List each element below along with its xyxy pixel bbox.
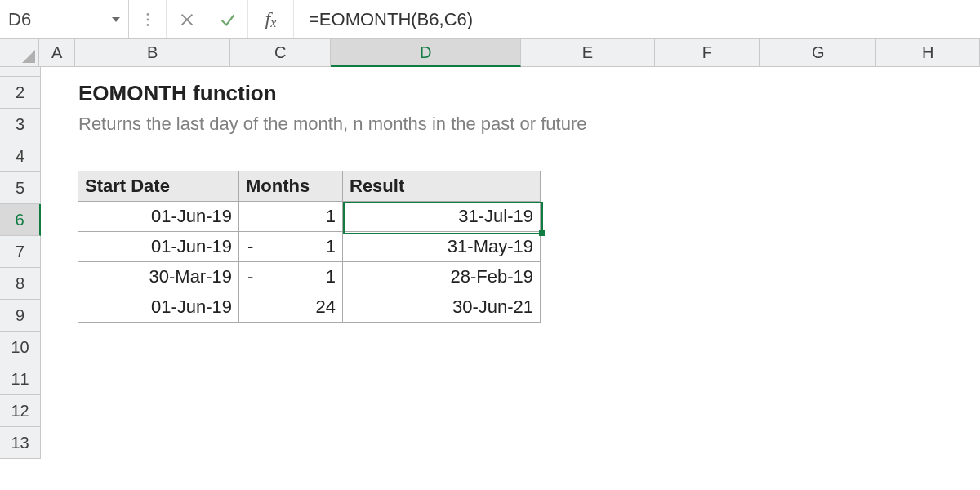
cell-result[interactable]: 30-Jun-21 bbox=[342, 292, 541, 323]
column-header-B[interactable]: B bbox=[75, 39, 230, 66]
name-box-value: D6 bbox=[8, 9, 31, 30]
cell-start-date[interactable]: 01-Jun-19 bbox=[78, 231, 239, 262]
column-header-C[interactable]: C bbox=[230, 39, 331, 66]
column-header-F[interactable]: F bbox=[655, 39, 761, 66]
col-header-result[interactable]: Result bbox=[342, 171, 541, 202]
months-sign: - bbox=[246, 236, 253, 257]
months-value: 1 bbox=[326, 266, 336, 287]
months-sign: - bbox=[246, 266, 253, 287]
row-header-5[interactable]: 5 bbox=[0, 172, 40, 204]
insert-function-button[interactable]: fx bbox=[248, 0, 294, 38]
row-header-strip: 2345678910111213 bbox=[0, 67, 41, 459]
row-header-2[interactable]: 2 bbox=[0, 77, 40, 109]
name-box[interactable]: D6 bbox=[0, 0, 129, 38]
row-header-6[interactable]: 6 bbox=[0, 204, 41, 236]
column-header-row: ABCDEFGH bbox=[0, 39, 980, 67]
formula-input[interactable]: =EOMONTH(B6,C6) bbox=[294, 0, 980, 38]
page-title: EOMONTH function bbox=[78, 81, 277, 106]
col-header-start-date[interactable]: Start Date bbox=[78, 171, 239, 202]
row-header-13[interactable]: 13 bbox=[0, 427, 40, 459]
row-header-11[interactable]: 11 bbox=[0, 363, 40, 395]
page-subtitle: Returns the last day of the month, n mon… bbox=[78, 114, 586, 135]
cell-result[interactable]: 31-Jul-19 bbox=[342, 201, 541, 232]
months-value: 1 bbox=[326, 206, 336, 227]
column-header-A[interactable]: A bbox=[39, 39, 75, 66]
select-all-triangle[interactable] bbox=[0, 39, 39, 66]
formula-bar: D6 fx =EOMONTH(B6,C6) bbox=[0, 0, 980, 39]
svg-point-2 bbox=[146, 23, 149, 25]
cancel-icon[interactable] bbox=[167, 0, 207, 38]
months-value: 1 bbox=[326, 236, 336, 257]
data-table: Start Date Months Result 01-Jun-19 1 31-… bbox=[78, 172, 541, 323]
cell-months[interactable]: - 1 bbox=[238, 261, 343, 292]
row-header-9[interactable]: 9 bbox=[0, 300, 40, 332]
cell-months[interactable]: 24 bbox=[238, 292, 343, 323]
column-header-H[interactable]: H bbox=[876, 39, 980, 66]
row-header-3[interactable]: 3 bbox=[0, 109, 40, 140]
table-row: 01-Jun-19 1 31-Jul-19 bbox=[78, 202, 541, 232]
cell-months[interactable]: - 1 bbox=[238, 231, 343, 262]
cell-result[interactable]: 31-May-19 bbox=[342, 231, 541, 262]
row-header-12[interactable]: 12 bbox=[0, 395, 40, 427]
enter-check-icon[interactable] bbox=[207, 0, 248, 38]
formula-text: =EOMONTH(B6,C6) bbox=[309, 9, 473, 30]
svg-point-1 bbox=[146, 18, 149, 20]
cell-start-date[interactable]: 01-Jun-19 bbox=[78, 292, 239, 323]
column-header-G[interactable]: G bbox=[760, 39, 876, 66]
table-row: 01-Jun-19 - 1 31-May-19 bbox=[78, 232, 541, 262]
table-row: 30-Mar-19 - 1 28-Feb-19 bbox=[78, 262, 541, 292]
worksheet: ABCDEFGH 2345678910111213 EOMONTH functi… bbox=[0, 39, 980, 459]
svg-point-0 bbox=[146, 13, 149, 16]
column-header-D[interactable]: D bbox=[331, 39, 521, 67]
formula-bar-more-icon[interactable] bbox=[129, 0, 167, 38]
row-header-1-partial[interactable] bbox=[0, 67, 40, 77]
row-header-7[interactable]: 7 bbox=[0, 236, 40, 268]
column-header-E[interactable]: E bbox=[521, 39, 654, 66]
table-row: 01-Jun-19 24 30-Jun-21 bbox=[78, 292, 541, 323]
chevron-down-icon[interactable] bbox=[112, 17, 120, 22]
cell-months[interactable]: 1 bbox=[238, 201, 343, 232]
cell-start-date[interactable]: 30-Mar-19 bbox=[78, 261, 239, 292]
fx-x: x bbox=[270, 16, 276, 30]
months-value: 24 bbox=[316, 296, 336, 318]
cells-area[interactable]: EOMONTH function Returns the last day of… bbox=[41, 67, 980, 459]
row-header-8[interactable]: 8 bbox=[0, 268, 40, 300]
cell-start-date[interactable]: 01-Jun-19 bbox=[78, 201, 239, 232]
cell-result[interactable]: 28-Feb-19 bbox=[342, 261, 541, 292]
table-header-row: Start Date Months Result bbox=[78, 172, 541, 202]
col-header-months[interactable]: Months bbox=[238, 171, 343, 202]
row-header-4[interactable]: 4 bbox=[0, 140, 40, 172]
row-header-10[interactable]: 10 bbox=[0, 332, 40, 363]
